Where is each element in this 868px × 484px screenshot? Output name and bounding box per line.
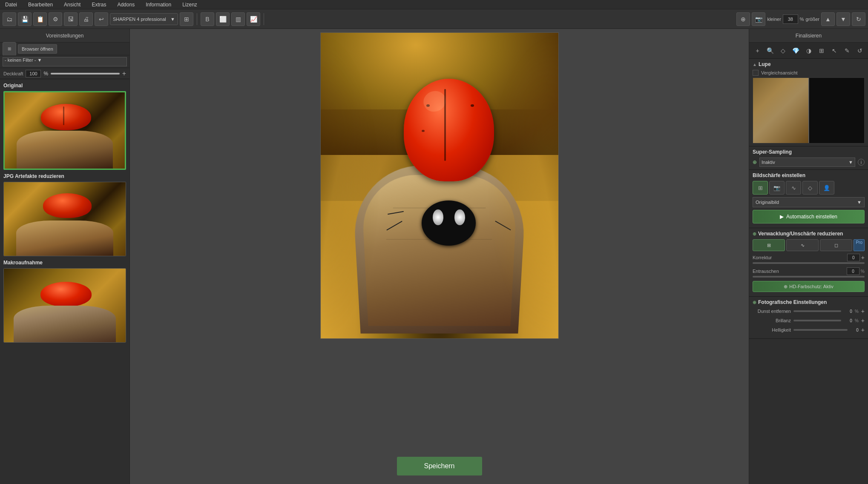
brillanz-row: Brillanz 0 % +	[753, 317, 865, 324]
brillanz-track[interactable]	[793, 320, 841, 321]
main-toolbar: 🗂 💾 📋 ⚙ 🖫 🖨 ↩ SHARPEN 4 professional ▼ ⊞…	[0, 9, 868, 29]
grid2-btn[interactable]: ⊞	[816, 45, 827, 57]
zoom-indicator-btn[interactable]: ⊕	[736, 12, 750, 26]
open-file-btn[interactable]: 🗂	[3, 12, 16, 26]
quality-btn[interactable]: 💎	[790, 45, 802, 57]
auto-btn[interactable]: ▶ Automatisch einstellen	[753, 210, 865, 223]
sharpen-mode4[interactable]: ◇	[802, 181, 818, 195]
zoom-btn[interactable]: 🔍	[765, 45, 776, 57]
preset-original[interactable]	[3, 91, 126, 170]
foto-icon: ⊕	[753, 300, 756, 305]
contrast-btn[interactable]: ◑	[803, 45, 814, 57]
refresh-btn[interactable]: ↺	[854, 45, 865, 57]
copy-btn[interactable]: 📋	[33, 12, 47, 26]
preset-jpg[interactable]	[3, 182, 126, 256]
opacity-input[interactable]	[26, 70, 41, 77]
presets-scroll: Original JPG Artefakte reduzieren	[0, 79, 129, 484]
opacity-label: Deckkraft	[3, 71, 23, 76]
menu-ansicht[interactable]: Ansicht	[62, 2, 82, 8]
helligkeit-track[interactable]	[793, 329, 848, 331]
foto-section: ⊕ Fotografische Einstellungen Dunst entf…	[749, 297, 868, 339]
entrauschen-track[interactable]	[753, 276, 865, 278]
menu-extras[interactable]: Extras	[90, 2, 108, 8]
vergleich-checkbox[interactable]	[753, 70, 759, 76]
verwacklung-section: ⊕ Verwacklung/Unschärfe reduzieren ⊞ ∿ ◻…	[749, 228, 868, 297]
main-ladybug	[404, 79, 494, 207]
settings-btn[interactable]: ⚙	[49, 12, 62, 26]
main-layout: Voreinstellungen ⊞ Browser öffnen - kein…	[0, 29, 868, 484]
pencil-btn[interactable]: ✎	[841, 45, 853, 57]
korrektur-track[interactable]	[753, 262, 865, 264]
lupe-collapse[interactable]: ▲	[753, 62, 757, 67]
toolbar-sep1	[197, 13, 197, 25]
sharpen-mode2[interactable]: 📷	[769, 181, 785, 195]
brillanz-plus[interactable]: +	[861, 317, 865, 324]
ss-dropdown[interactable]: Inaktiv ▼	[759, 158, 855, 167]
save2-btn[interactable]: 🖫	[64, 12, 78, 26]
pro-badge: Pro	[854, 239, 865, 251]
zoom-down-btn[interactable]: ▼	[836, 12, 850, 26]
vw-btn2[interactable]: ∿	[786, 239, 819, 251]
hd-farbschutz-btn[interactable]: ⊕ HD-Farbschutz: Aktiv	[753, 281, 865, 292]
save-button[interactable]: Speichern	[397, 457, 482, 475]
brush-btn[interactable]: B	[201, 12, 214, 26]
sharpen-mode1[interactable]: ⊞	[753, 181, 768, 195]
vw-btn1[interactable]: ⊞	[753, 239, 785, 251]
main-image-container	[320, 32, 559, 339]
ss-info-icon[interactable]: i	[858, 159, 865, 166]
print-btn[interactable]: 🖨	[79, 12, 93, 26]
bs-title-row: Bildschärfe einstellen	[753, 172, 865, 178]
entrauschen-value: 0	[847, 267, 859, 275]
add-btn[interactable]: +	[752, 45, 763, 57]
curve-btn[interactable]: 📈	[247, 12, 260, 26]
originalbild-row: Originalbild ▼	[753, 197, 865, 207]
zoom-up-btn[interactable]: ▲	[821, 12, 835, 26]
helligkeit-label: Helligkeit	[753, 327, 791, 332]
dunst-plus[interactable]: +	[861, 308, 865, 315]
preset-makro[interactable]	[3, 268, 126, 343]
rotate-btn[interactable]: ↻	[852, 12, 865, 26]
select-btn[interactable]: ↖	[828, 45, 840, 57]
brillanz-value: 0	[844, 318, 852, 323]
dunst-track[interactable]	[793, 310, 841, 312]
menu-addons[interactable]: Addons	[115, 2, 136, 8]
section-original-label: Original	[3, 83, 126, 89]
open-browser-btn[interactable]: Browser öffnen	[18, 44, 57, 54]
lupe-right	[809, 78, 865, 143]
opacity-slider[interactable]	[51, 73, 120, 74]
opacity-plus-btn[interactable]: +	[122, 70, 126, 77]
menu-information[interactable]: Information	[144, 2, 173, 8]
menu-lizenz[interactable]: Lizenz	[181, 2, 199, 8]
camera-btn[interactable]: 📷	[752, 12, 765, 26]
bs-title: Bildschärfe einstellen	[753, 172, 805, 178]
opacity-slider-fill	[51, 73, 120, 74]
transform-btn[interactable]: ⊞	[180, 12, 193, 26]
sharpen-mode-icons: ⊞ 📷 ∿ ◇ 👤	[753, 181, 865, 195]
lupe-preview	[753, 77, 865, 143]
mask-btn[interactable]: ⬜	[216, 12, 230, 26]
vergleich-label: Vergleichsansicht	[761, 70, 798, 75]
ss-title: Super-Sampling	[753, 149, 792, 155]
sharpen-mode3[interactable]: ∿	[786, 181, 801, 195]
plugin-selector[interactable]: SHARPEN 4 professional ▼	[110, 13, 178, 25]
grid-btn[interactable]: ⊞	[3, 42, 16, 56]
originalbild-dropdown[interactable]: Originalbild ▼	[753, 197, 865, 207]
zoom-input[interactable]	[783, 14, 798, 24]
layers-btn[interactable]: ▥	[231, 12, 245, 26]
undo-btn[interactable]: ↩	[95, 12, 108, 26]
dunst-row: Dunst entfernen 0 % +	[753, 308, 865, 315]
vw-title: Verwacklung/Unschärfe reduzieren	[758, 231, 843, 237]
zoom-large-label: größer	[806, 17, 819, 22]
toolbar-sep2	[264, 13, 264, 25]
korrektur-plus[interactable]: +	[861, 254, 865, 261]
filter-select[interactable]: - keinen Filter - ▼	[3, 57, 127, 66]
menu-bearbeiten[interactable]: Bearbeiten	[26, 2, 55, 8]
diamond-btn[interactable]: ◇	[777, 45, 789, 57]
helligkeit-plus[interactable]: +	[861, 326, 865, 333]
right-panel: Finalisieren + 🔍 ◇ 💎 ◑ ⊞ ↖ ✎ ↺ ▲ Lupe Ve…	[749, 29, 868, 484]
menu-datei[interactable]: Datei	[3, 2, 19, 8]
sharpen-mode5[interactable]: 👤	[819, 181, 834, 195]
save-btn-toolbar[interactable]: 💾	[18, 12, 32, 26]
zoom-small-label: kleiner	[767, 17, 781, 22]
vw-btn3[interactable]: ◻	[820, 239, 852, 251]
